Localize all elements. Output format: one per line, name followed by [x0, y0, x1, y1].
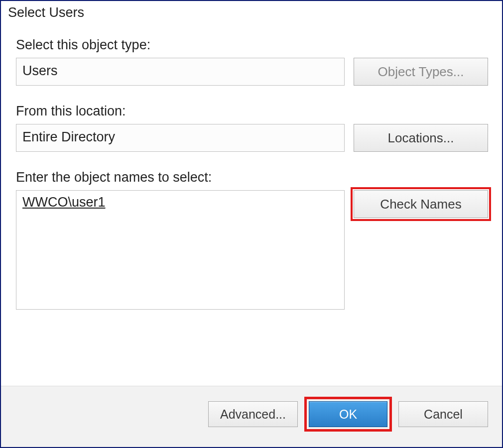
advanced-button[interactable]: Advanced...: [208, 401, 298, 427]
location-value: Entire Directory: [16, 124, 345, 152]
object-type-label: Select this object type:: [16, 37, 488, 53]
object-type-value: Users: [16, 58, 345, 86]
object-type-row: Users Object Types...: [16, 58, 488, 86]
cancel-button[interactable]: Cancel: [398, 401, 488, 427]
ok-button-highlight: OK: [309, 401, 387, 427]
select-users-dialog: Select Users Select this object type: Us…: [0, 0, 503, 448]
location-label: From this location:: [16, 104, 488, 119]
dialog-body: Select this object type: Users Object Ty…: [1, 22, 502, 386]
object-types-button[interactable]: Object Types...: [354, 58, 488, 86]
dialog-footer: Advanced... OK Cancel: [1, 386, 502, 447]
check-names-button[interactable]: Check Names: [354, 190, 488, 218]
ok-button[interactable]: OK: [309, 401, 387, 427]
resolved-name-entry[interactable]: WWCO\user1: [22, 195, 106, 210]
dialog-title: Select Users: [1, 1, 502, 22]
object-names-row: WWCO\user1 Check Names: [16, 190, 488, 310]
object-names-input[interactable]: WWCO\user1: [16, 190, 345, 310]
locations-button[interactable]: Locations...: [354, 124, 488, 152]
object-names-label: Enter the object names to select:: [16, 170, 488, 185]
location-row: Entire Directory Locations...: [16, 124, 488, 152]
